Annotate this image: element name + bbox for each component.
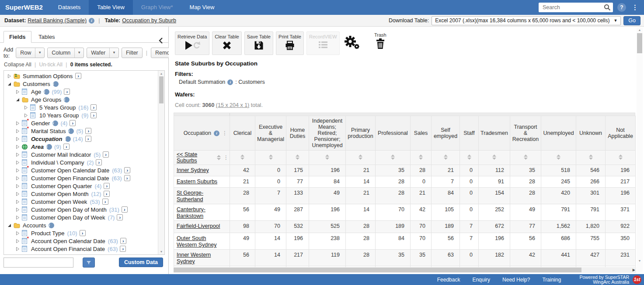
- tree-item-label[interactable]: Occupation: [31, 136, 63, 142]
- row-label-link[interactable]: Canterbury-Bankstown: [177, 206, 205, 219]
- sort-cell-tradesmen[interactable]: [479, 151, 510, 165]
- row-menu-icon[interactable]: ⋮: [223, 155, 229, 161]
- sort-cell-primary-production[interactable]: [346, 151, 376, 165]
- tree-item-label[interactable]: Product Type: [31, 230, 64, 237]
- sort-cell-home-duties[interactable]: [286, 151, 309, 165]
- footer-link-enquiry[interactable]: Enquiry: [472, 277, 490, 283]
- open-field-arrow-icon[interactable]: ›: [63, 144, 70, 150]
- open-field-arrow-icon[interactable]: ›: [122, 206, 128, 213]
- table-link[interactable]: Occupation by Suburb: [122, 17, 176, 24]
- expand-toggle-icon[interactable]: [15, 247, 20, 251]
- sort-cell-unknown[interactable]: [576, 151, 606, 165]
- filter-button[interactable]: Filter: [122, 48, 143, 58]
- tree-item-label[interactable]: Age Groups: [31, 96, 61, 103]
- print-table-button[interactable]: Print Table: [276, 31, 304, 55]
- wafer-button[interactable]: Wafer▼: [87, 48, 119, 58]
- open-field-arrow-icon[interactable]: ›: [85, 136, 91, 142]
- collapse-toggle-icon[interactable]: [7, 223, 12, 227]
- open-field-arrow-icon[interactable]: ›: [85, 128, 91, 134]
- scroll-down-icon[interactable]: ▼: [637, 259, 643, 262]
- row-dimension-label[interactable]: << State Suburbs: [177, 151, 214, 164]
- expand-toggle-icon[interactable]: [15, 208, 20, 212]
- open-field-arrow-icon[interactable]: ›: [117, 214, 123, 220]
- tree-item-label[interactable]: Customer Open Day of Month: [31, 206, 107, 213]
- sort-cell-transport-recreation[interactable]: [510, 151, 541, 165]
- tree-item-label[interactable]: Individual \ Company: [31, 159, 84, 166]
- sort-cell-unemployed[interactable]: [541, 151, 576, 165]
- tree-item-label[interactable]: Customer Open Financial Date: [31, 175, 109, 182]
- search-icon[interactable]: [604, 4, 611, 13]
- row-button[interactable]: Row▼: [16, 48, 45, 58]
- expand-toggle-icon[interactable]: [15, 153, 20, 157]
- tree-item-label[interactable]: Customer Mail Indicator: [31, 151, 91, 158]
- sort-cell-sales[interactable]: [411, 151, 432, 165]
- tree-item-customer-open-calendar-date[interactable]: *Customer Open Calendar Date(63)›: [4, 166, 157, 174]
- expand-toggle-icon[interactable]: [15, 231, 20, 235]
- save-table-button[interactable]: Save Table: [244, 31, 273, 55]
- info-icon[interactable]: i: [52, 120, 58, 126]
- expand-toggle-icon[interactable]: [7, 74, 12, 78]
- open-field-arrow-icon[interactable]: ›: [120, 238, 126, 244]
- open-field-arrow-icon[interactable]: ›: [70, 120, 76, 126]
- tree-item-customer-mail-indicator[interactable]: Customer Mail Indicator(5)›: [4, 151, 157, 158]
- tree-item-account-open-calendar-date[interactable]: *Account Open Calendar Date(63)›: [4, 237, 157, 245]
- tree-item-label[interactable]: Customer Open Quarter: [31, 183, 92, 189]
- expand-toggle-icon[interactable]: [15, 145, 20, 149]
- tree-item-age-groups[interactable]: Age Groupsi: [4, 96, 157, 103]
- collapse-toggle-icon[interactable]: [15, 98, 20, 102]
- trash-dropzone[interactable]: Trash: [374, 32, 386, 51]
- tree-item-label[interactable]: Customers: [23, 81, 50, 87]
- tree-item-label[interactable]: Customer Open Calendar Date: [31, 167, 109, 174]
- custom-data-button[interactable]: Custom Data: [119, 258, 163, 267]
- open-field-arrow-icon[interactable]: ›: [104, 191, 110, 197]
- chevron-down-icon[interactable]: ▼: [109, 48, 118, 58]
- cell-count-link[interactable]: (15 x 204 x 1): [216, 102, 249, 108]
- tree-filter-input[interactable]: [3, 258, 73, 268]
- expand-toggle-icon[interactable]: [15, 168, 20, 172]
- tree-item-label[interactable]: Account Open Calendar Date: [31, 238, 105, 244]
- scroll-right-icon[interactable]: ▶: [633, 268, 635, 272]
- sort-cell-staff[interactable]: [460, 151, 479, 165]
- tree-item-customer-open-month[interactable]: Customer Open Month(12)›: [4, 190, 157, 198]
- tree-item-label[interactable]: 5 Years Group: [39, 104, 76, 111]
- horizontal-scrollbar[interactable]: ▶: [174, 267, 636, 273]
- scroll-up-icon[interactable]: ▲: [158, 72, 164, 75]
- footer-link-feedback[interactable]: Feedback: [437, 277, 460, 283]
- expand-toggle-icon[interactable]: [15, 184, 20, 188]
- info-icon[interactable]: i: [46, 144, 52, 150]
- row-label-link[interactable]: Inner Sydney: [177, 167, 209, 173]
- column-dimension-label[interactable]: Occupation: [184, 130, 211, 136]
- info-icon[interactable]: i: [49, 223, 54, 228]
- tree-item-label[interactable]: Customer Open Month: [31, 191, 89, 197]
- untick-all-link[interactable]: Un-tick All: [39, 62, 63, 68]
- nav-item-datasets[interactable]: Datasets: [50, 0, 89, 15]
- expand-toggle-icon[interactable]: [15, 137, 20, 141]
- info-icon[interactable]: i: [64, 97, 70, 103]
- tree-item-label[interactable]: Age: [31, 89, 41, 95]
- clear-table-button[interactable]: Clear Table: [212, 31, 241, 55]
- tree-item-label[interactable]: Area: [31, 144, 44, 150]
- open-field-arrow-icon[interactable]: ›: [124, 175, 130, 181]
- open-field-arrow-icon[interactable]: ›: [75, 73, 81, 79]
- menu-dots-icon[interactable]: ⋮: [630, 3, 640, 12]
- h-scroll-thumb[interactable]: [174, 268, 581, 272]
- tab-tables[interactable]: Tables: [33, 31, 60, 42]
- info-icon[interactable]: i: [65, 136, 71, 142]
- expand-toggle-icon[interactable]: [15, 129, 20, 133]
- collapse-all-link[interactable]: Collapse All: [4, 62, 31, 68]
- open-field-arrow-icon[interactable]: ›: [103, 151, 109, 158]
- row-label-link[interactable]: Fairfield-Liverpool: [177, 223, 220, 229]
- open-field-arrow-icon[interactable]: ›: [91, 104, 97, 110]
- help-icon[interactable]: ?: [617, 3, 626, 12]
- collapse-toggle-icon[interactable]: [7, 82, 12, 86]
- sort-cell-clerical[interactable]: [230, 151, 255, 165]
- row-label-link[interactable]: Inner Western Sydney: [177, 252, 211, 264]
- expand-toggle-icon[interactable]: [15, 200, 20, 204]
- dataset-link[interactable]: Retail Banking (Sample): [28, 17, 87, 24]
- tree-item-customer-open-day-of-month[interactable]: Customer Open Day of Month(31)›: [4, 206, 157, 213]
- tree-item-5-years-group[interactable]: 5 Years Group(16)›: [4, 103, 157, 111]
- sort-cell-professional[interactable]: [376, 151, 411, 165]
- expand-toggle-icon[interactable]: [23, 113, 28, 117]
- tree-item-age[interactable]: Agei(99)›: [4, 88, 157, 96]
- tree-item-customer-open-financial-date[interactable]: Customer Open Financial Date(63)›: [4, 174, 157, 182]
